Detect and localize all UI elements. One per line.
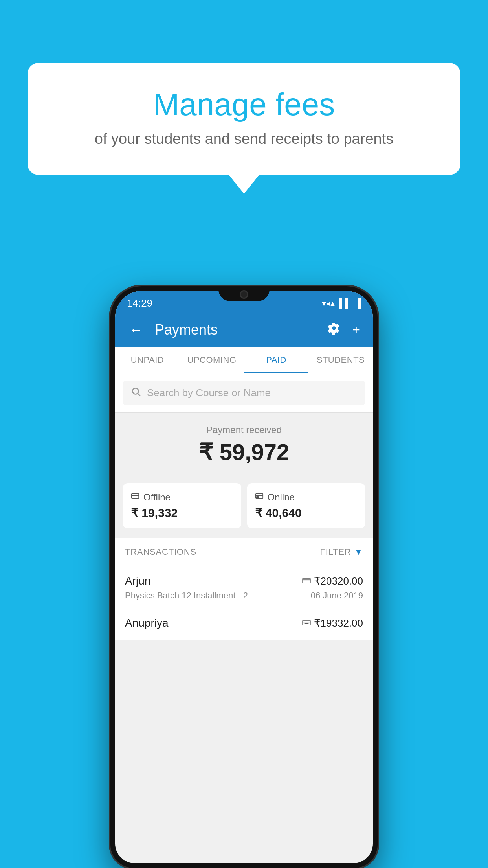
app-bar-title: Payments bbox=[155, 322, 317, 338]
payment-cards: Offline ₹ 19,332 bbox=[115, 475, 373, 538]
transaction-top: Arjun ₹20320.00 bbox=[125, 575, 363, 587]
phone-notch bbox=[218, 286, 270, 301]
offline-icon bbox=[131, 492, 139, 503]
tabs-container: UNPAID UPCOMING PAID STUDENTS bbox=[115, 347, 373, 373]
filter-icon: ▼ bbox=[354, 547, 363, 557]
search-container: Search by Course or Name bbox=[115, 373, 373, 413]
phone-outer: 14:29 ▾◂▴ ▌▌ ▐ ← Payments bbox=[110, 286, 378, 868]
transaction-date: 06 June 2019 bbox=[311, 590, 363, 601]
signal-icon: ▌▌ bbox=[339, 298, 351, 309]
tab-upcoming[interactable]: UPCOMING bbox=[180, 347, 244, 373]
offline-amount: ₹ 19,332 bbox=[131, 506, 233, 520]
phone-mockup: 14:29 ▾◂▴ ▌▌ ▐ ← Payments bbox=[110, 286, 378, 868]
status-time: 14:29 bbox=[127, 297, 152, 309]
transaction-amount-container: ₹19332.00 bbox=[302, 617, 363, 629]
svg-rect-2 bbox=[132, 494, 139, 499]
transaction-row[interactable]: Anupriya ₹19332.00 bbox=[115, 608, 373, 640]
transaction-top: Anupriya ₹19332.00 bbox=[125, 617, 363, 629]
settings-button[interactable] bbox=[325, 319, 343, 341]
transactions-label: TRANSACTIONS bbox=[125, 547, 196, 557]
search-icon bbox=[131, 386, 141, 399]
filter-label: FILTER bbox=[320, 547, 351, 557]
filter-button[interactable]: FILTER ▼ bbox=[320, 547, 363, 557]
online-payment-icon bbox=[302, 576, 311, 586]
search-input[interactable]: Search by Course or Name bbox=[147, 387, 271, 399]
back-button[interactable]: ← bbox=[125, 318, 147, 342]
online-card: Online ₹ 40,640 bbox=[247, 483, 365, 528]
battery-icon: ▐ bbox=[355, 298, 361, 309]
tab-students[interactable]: STUDENTS bbox=[308, 347, 373, 373]
speech-bubble-container: Manage fees of your students and send re… bbox=[28, 63, 460, 175]
transaction-description: Physics Batch 12 Installment - 2 bbox=[125, 590, 248, 601]
add-button[interactable]: + bbox=[349, 320, 363, 340]
online-icon bbox=[255, 492, 264, 503]
speech-bubble: Manage fees of your students and send re… bbox=[28, 63, 460, 175]
transactions-header: TRANSACTIONS FILTER ▼ bbox=[115, 538, 373, 566]
bubble-title: Manage fees bbox=[59, 86, 429, 123]
transaction-amount: ₹19332.00 bbox=[314, 617, 363, 629]
offline-card-top: Offline bbox=[131, 492, 233, 503]
payment-received-amount: ₹ 59,972 bbox=[123, 439, 365, 465]
transaction-bottom: Physics Batch 12 Installment - 2 06 June… bbox=[125, 590, 363, 601]
search-box[interactable]: Search by Course or Name bbox=[123, 381, 365, 405]
svg-rect-7 bbox=[303, 578, 310, 583]
app-bar: ← Payments + bbox=[115, 313, 373, 347]
phone-screen: 14:29 ▾◂▴ ▌▌ ▐ ← Payments bbox=[115, 291, 373, 863]
tab-paid[interactable]: PAID bbox=[244, 347, 308, 373]
online-label: Online bbox=[268, 492, 295, 503]
payment-received-label: Payment received bbox=[123, 425, 365, 436]
status-icons: ▾◂▴ ▌▌ ▐ bbox=[322, 298, 361, 309]
tab-unpaid[interactable]: UNPAID bbox=[115, 347, 180, 373]
transaction-name: Anupriya bbox=[125, 617, 169, 629]
online-card-top: Online bbox=[255, 492, 358, 503]
transaction-row[interactable]: Arjun ₹20320.00 Physics bbox=[115, 566, 373, 608]
screen-content: 14:29 ▾◂▴ ▌▌ ▐ ← Payments bbox=[115, 291, 373, 863]
offline-card: Offline ₹ 19,332 bbox=[123, 483, 241, 528]
offline-payment-icon bbox=[302, 618, 311, 628]
transaction-amount: ₹20320.00 bbox=[314, 575, 363, 587]
transaction-name: Arjun bbox=[125, 575, 150, 587]
svg-line-1 bbox=[138, 394, 140, 396]
online-amount: ₹ 40,640 bbox=[255, 506, 358, 520]
gear-icon bbox=[328, 322, 340, 335]
transaction-amount-container: ₹20320.00 bbox=[302, 575, 363, 587]
bubble-subtitle: of your students and send receipts to pa… bbox=[59, 131, 429, 147]
front-camera bbox=[240, 290, 248, 299]
svg-point-0 bbox=[132, 388, 138, 394]
svg-rect-6 bbox=[256, 497, 259, 498]
offline-label: Offline bbox=[143, 492, 171, 503]
app-bar-actions: + bbox=[325, 319, 363, 341]
wifi-icon: ▾◂▴ bbox=[322, 298, 335, 309]
svg-rect-9 bbox=[303, 620, 310, 625]
payment-received-section: Payment received ₹ 59,972 bbox=[115, 413, 373, 475]
